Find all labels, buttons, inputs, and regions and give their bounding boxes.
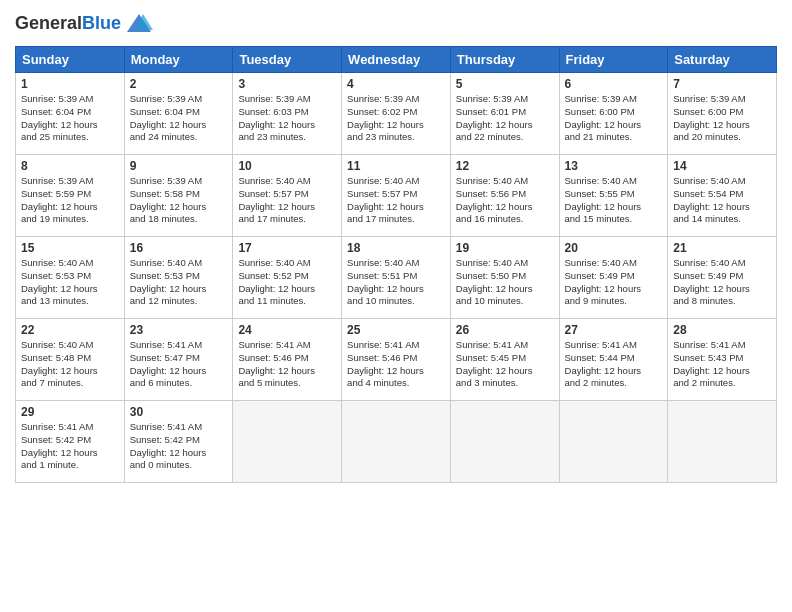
day-number: 24 xyxy=(238,323,336,337)
header: GeneralBlue xyxy=(15,10,777,38)
day-info: Sunrise: 5:41 AM Sunset: 5:44 PM Dayligh… xyxy=(565,339,663,390)
calendar-cell: 11Sunrise: 5:40 AM Sunset: 5:57 PM Dayli… xyxy=(342,155,451,237)
day-info: Sunrise: 5:39 AM Sunset: 6:00 PM Dayligh… xyxy=(565,93,663,144)
calendar-cell: 28Sunrise: 5:41 AM Sunset: 5:43 PM Dayli… xyxy=(668,319,777,401)
calendar-week-row: 1Sunrise: 5:39 AM Sunset: 6:04 PM Daylig… xyxy=(16,73,777,155)
calendar-cell xyxy=(233,401,342,483)
calendar-cell: 27Sunrise: 5:41 AM Sunset: 5:44 PM Dayli… xyxy=(559,319,668,401)
calendar-header-sunday: Sunday xyxy=(16,47,125,73)
day-info: Sunrise: 5:40 AM Sunset: 5:53 PM Dayligh… xyxy=(130,257,228,308)
day-info: Sunrise: 5:40 AM Sunset: 5:48 PM Dayligh… xyxy=(21,339,119,390)
calendar-cell: 15Sunrise: 5:40 AM Sunset: 5:53 PM Dayli… xyxy=(16,237,125,319)
day-info: Sunrise: 5:41 AM Sunset: 5:42 PM Dayligh… xyxy=(130,421,228,472)
calendar-cell xyxy=(668,401,777,483)
logo: GeneralBlue xyxy=(15,10,153,38)
calendar-cell xyxy=(342,401,451,483)
day-info: Sunrise: 5:40 AM Sunset: 5:53 PM Dayligh… xyxy=(21,257,119,308)
day-info: Sunrise: 5:40 AM Sunset: 5:54 PM Dayligh… xyxy=(673,175,771,226)
calendar-cell: 25Sunrise: 5:41 AM Sunset: 5:46 PM Dayli… xyxy=(342,319,451,401)
calendar-cell: 12Sunrise: 5:40 AM Sunset: 5:56 PM Dayli… xyxy=(450,155,559,237)
calendar-cell: 2Sunrise: 5:39 AM Sunset: 6:04 PM Daylig… xyxy=(124,73,233,155)
day-number: 2 xyxy=(130,77,228,91)
calendar-table: SundayMondayTuesdayWednesdayThursdayFrid… xyxy=(15,46,777,483)
page: GeneralBlue SundayMondayTuesdayWednesday… xyxy=(0,0,792,612)
day-number: 11 xyxy=(347,159,445,173)
day-info: Sunrise: 5:40 AM Sunset: 5:55 PM Dayligh… xyxy=(565,175,663,226)
calendar-cell: 17Sunrise: 5:40 AM Sunset: 5:52 PM Dayli… xyxy=(233,237,342,319)
calendar-cell: 20Sunrise: 5:40 AM Sunset: 5:49 PM Dayli… xyxy=(559,237,668,319)
day-info: Sunrise: 5:39 AM Sunset: 6:00 PM Dayligh… xyxy=(673,93,771,144)
day-info: Sunrise: 5:39 AM Sunset: 6:03 PM Dayligh… xyxy=(238,93,336,144)
day-info: Sunrise: 5:41 AM Sunset: 5:47 PM Dayligh… xyxy=(130,339,228,390)
calendar-cell: 3Sunrise: 5:39 AM Sunset: 6:03 PM Daylig… xyxy=(233,73,342,155)
day-number: 9 xyxy=(130,159,228,173)
day-info: Sunrise: 5:40 AM Sunset: 5:49 PM Dayligh… xyxy=(673,257,771,308)
day-number: 28 xyxy=(673,323,771,337)
calendar-header-saturday: Saturday xyxy=(668,47,777,73)
day-number: 18 xyxy=(347,241,445,255)
calendar-header-friday: Friday xyxy=(559,47,668,73)
day-number: 25 xyxy=(347,323,445,337)
calendar-cell: 8Sunrise: 5:39 AM Sunset: 5:59 PM Daylig… xyxy=(16,155,125,237)
calendar-week-row: 15Sunrise: 5:40 AM Sunset: 5:53 PM Dayli… xyxy=(16,237,777,319)
calendar-header-tuesday: Tuesday xyxy=(233,47,342,73)
calendar-cell: 7Sunrise: 5:39 AM Sunset: 6:00 PM Daylig… xyxy=(668,73,777,155)
day-number: 21 xyxy=(673,241,771,255)
calendar-header-row: SundayMondayTuesdayWednesdayThursdayFrid… xyxy=(16,47,777,73)
calendar-week-row: 22Sunrise: 5:40 AM Sunset: 5:48 PM Dayli… xyxy=(16,319,777,401)
calendar-cell: 9Sunrise: 5:39 AM Sunset: 5:58 PM Daylig… xyxy=(124,155,233,237)
day-info: Sunrise: 5:39 AM Sunset: 6:04 PM Dayligh… xyxy=(130,93,228,144)
day-number: 23 xyxy=(130,323,228,337)
day-number: 10 xyxy=(238,159,336,173)
calendar-cell: 19Sunrise: 5:40 AM Sunset: 5:50 PM Dayli… xyxy=(450,237,559,319)
calendar-cell: 10Sunrise: 5:40 AM Sunset: 5:57 PM Dayli… xyxy=(233,155,342,237)
day-info: Sunrise: 5:40 AM Sunset: 5:56 PM Dayligh… xyxy=(456,175,554,226)
day-number: 15 xyxy=(21,241,119,255)
calendar-cell: 22Sunrise: 5:40 AM Sunset: 5:48 PM Dayli… xyxy=(16,319,125,401)
calendar-header-wednesday: Wednesday xyxy=(342,47,451,73)
day-info: Sunrise: 5:41 AM Sunset: 5:46 PM Dayligh… xyxy=(238,339,336,390)
day-info: Sunrise: 5:39 AM Sunset: 5:59 PM Dayligh… xyxy=(21,175,119,226)
day-info: Sunrise: 5:41 AM Sunset: 5:45 PM Dayligh… xyxy=(456,339,554,390)
logo-icon xyxy=(125,10,153,38)
day-info: Sunrise: 5:41 AM Sunset: 5:43 PM Dayligh… xyxy=(673,339,771,390)
day-number: 8 xyxy=(21,159,119,173)
day-number: 5 xyxy=(456,77,554,91)
calendar-cell: 4Sunrise: 5:39 AM Sunset: 6:02 PM Daylig… xyxy=(342,73,451,155)
calendar-cell: 23Sunrise: 5:41 AM Sunset: 5:47 PM Dayli… xyxy=(124,319,233,401)
calendar-cell xyxy=(559,401,668,483)
calendar-cell: 26Sunrise: 5:41 AM Sunset: 5:45 PM Dayli… xyxy=(450,319,559,401)
calendar-cell: 21Sunrise: 5:40 AM Sunset: 5:49 PM Dayli… xyxy=(668,237,777,319)
day-number: 29 xyxy=(21,405,119,419)
day-number: 20 xyxy=(565,241,663,255)
calendar-cell: 18Sunrise: 5:40 AM Sunset: 5:51 PM Dayli… xyxy=(342,237,451,319)
calendar-cell: 5Sunrise: 5:39 AM Sunset: 6:01 PM Daylig… xyxy=(450,73,559,155)
day-info: Sunrise: 5:40 AM Sunset: 5:57 PM Dayligh… xyxy=(238,175,336,226)
logo-text: GeneralBlue xyxy=(15,14,121,34)
day-number: 13 xyxy=(565,159,663,173)
day-number: 16 xyxy=(130,241,228,255)
day-number: 7 xyxy=(673,77,771,91)
calendar-cell: 6Sunrise: 5:39 AM Sunset: 6:00 PM Daylig… xyxy=(559,73,668,155)
day-number: 14 xyxy=(673,159,771,173)
day-info: Sunrise: 5:40 AM Sunset: 5:49 PM Dayligh… xyxy=(565,257,663,308)
day-number: 30 xyxy=(130,405,228,419)
day-number: 26 xyxy=(456,323,554,337)
calendar-header-monday: Monday xyxy=(124,47,233,73)
day-info: Sunrise: 5:39 AM Sunset: 6:04 PM Dayligh… xyxy=(21,93,119,144)
day-info: Sunrise: 5:40 AM Sunset: 5:50 PM Dayligh… xyxy=(456,257,554,308)
calendar-week-row: 8Sunrise: 5:39 AM Sunset: 5:59 PM Daylig… xyxy=(16,155,777,237)
day-number: 12 xyxy=(456,159,554,173)
day-number: 3 xyxy=(238,77,336,91)
day-number: 1 xyxy=(21,77,119,91)
calendar-cell: 1Sunrise: 5:39 AM Sunset: 6:04 PM Daylig… xyxy=(16,73,125,155)
day-info: Sunrise: 5:41 AM Sunset: 5:42 PM Dayligh… xyxy=(21,421,119,472)
calendar-header-thursday: Thursday xyxy=(450,47,559,73)
day-info: Sunrise: 5:40 AM Sunset: 5:52 PM Dayligh… xyxy=(238,257,336,308)
day-number: 17 xyxy=(238,241,336,255)
day-number: 4 xyxy=(347,77,445,91)
calendar-cell: 16Sunrise: 5:40 AM Sunset: 5:53 PM Dayli… xyxy=(124,237,233,319)
day-info: Sunrise: 5:39 AM Sunset: 5:58 PM Dayligh… xyxy=(130,175,228,226)
day-number: 27 xyxy=(565,323,663,337)
day-info: Sunrise: 5:41 AM Sunset: 5:46 PM Dayligh… xyxy=(347,339,445,390)
